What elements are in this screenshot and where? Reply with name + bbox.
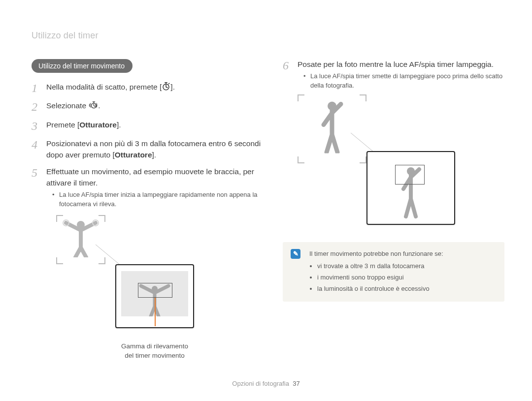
step-text-tail: ]. (170, 83, 175, 91)
step-text-bold: Otturatore (79, 121, 117, 129)
step-text: Premete [ (46, 121, 79, 129)
step-text-tail: ]. (117, 121, 121, 129)
step-number: 5 (32, 166, 43, 179)
left-column: Utilizzo del timer movimento 1 Nella mod… (32, 59, 263, 363)
note-title: Il timer movimento potrebbe non funziona… (309, 249, 496, 259)
page-title: Utilizzo del timer (32, 31, 99, 41)
note-item: vi trovate a oltre 3 m dalla fotocamera (317, 261, 496, 272)
section-heading: Utilizzo del timer movimento (32, 59, 133, 73)
step-4: 4 Posizionatevi a non più di 3 m dalla f… (32, 138, 263, 160)
note-icon: ✎ (291, 249, 300, 259)
page-footer: Opzioni di fotografia 37 (0, 380, 532, 387)
note-item: la luminosità o il controluce è eccessiv… (317, 284, 496, 294)
step-text: Effettuate un movimento, ad esempio muov… (46, 167, 254, 186)
step-3: 3 Premete [Otturatore]. (32, 120, 263, 132)
camera-screen-preview (366, 151, 455, 225)
footer-section: Opzioni di fotografia (232, 380, 289, 387)
step-5: 5 Effettuate un movimento, ad esempio mu… (32, 166, 263, 209)
illustration-caption: Gamma di rilevamento del timer movimento (115, 342, 194, 361)
note-item: i movimenti sono troppo esigui (317, 273, 496, 283)
right-column: 6 Posate per la foto mentre la luce AF/s… (283, 59, 504, 302)
note-box: ✎ Il timer movimento potrebbe non funzio… (283, 242, 504, 302)
step-text-bold: Otturatore (115, 151, 152, 159)
timer-icon (162, 82, 170, 94)
illustration-pose (298, 94, 504, 237)
motion-timer-icon (88, 101, 98, 113)
step-number: 1 (32, 82, 43, 94)
step-text: Nella modalità di scatto, premete [ (46, 83, 162, 91)
step-text-tail: . (98, 101, 100, 110)
step-text: Posate per la foto mentre la luce AF/spi… (298, 60, 494, 68)
step-number: 4 (32, 138, 43, 151)
step-6: 6 Posate per la foto mentre la luce AF/s… (283, 59, 504, 91)
step-text: Selezionate (46, 101, 88, 110)
step-number: 3 (32, 120, 43, 132)
step-text-tail: ]. (152, 151, 157, 159)
step-2: 2 Selezionate . (32, 100, 263, 113)
step-sub-bullet: La luce AF/spia timer smette di lampeggi… (298, 72, 504, 91)
step-number: 6 (283, 59, 295, 72)
step-number: 2 (32, 100, 43, 113)
step-1: 1 Nella modalità di scatto, premete []. (32, 82, 263, 94)
step-sub-bullet: La luce AF/spia timer inizia a lampeggia… (46, 190, 263, 209)
illustration-motion-detection: Gamma di rilevamento del timer movimento (56, 215, 263, 363)
page-number: 37 (293, 380, 299, 387)
person-waving-icon (310, 99, 354, 154)
camera-screen-preview (115, 264, 194, 328)
